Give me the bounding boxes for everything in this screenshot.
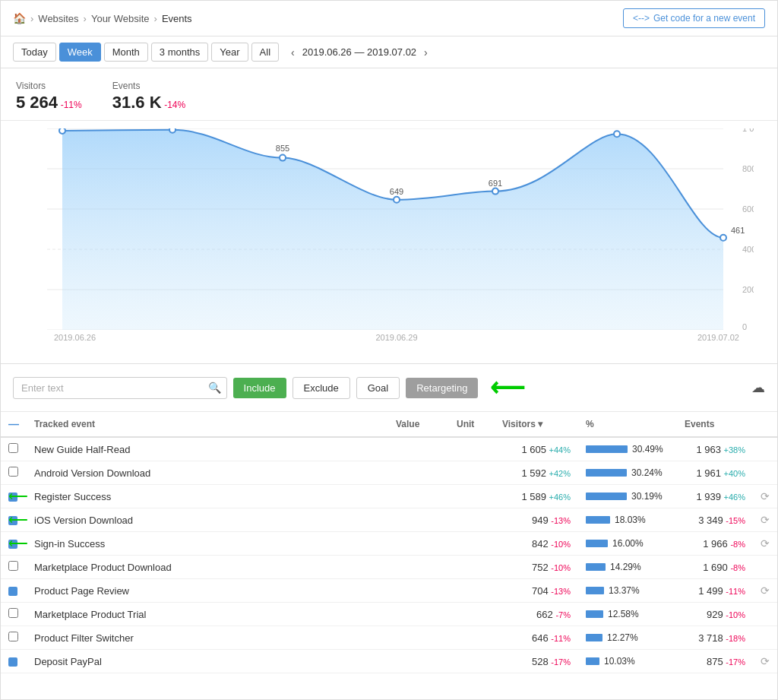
upload-icon[interactable]: ☁ [751,379,765,396]
event-name: Product Page Review [34,585,129,597]
pct-bar [586,493,627,500]
svg-text:800: 800 [742,164,754,173]
cell-percent: 12.58% [578,603,677,626]
event-name: Android Version Download [34,467,150,479]
retarget-icon[interactable]: ⟳ [761,537,770,550]
cell-percent: 10.03% [578,650,677,673]
cell-checkbox [1,437,27,461]
pct-label: 18.03% [615,515,646,525]
retarget-icon[interactable]: ⟳ [761,655,770,667]
breadcrumb-website[interactable]: Your Website [91,13,150,24]
cell-value [388,603,449,626]
time-btn-all[interactable]: All [251,43,279,62]
green-arrow-row-3: ⟵ [8,512,28,528]
cell-actions [753,603,777,626]
retarget-icon[interactable]: ⟳ [761,490,770,502]
goal-button[interactable]: Goal [356,377,400,399]
search-icon: 🔍 [208,382,221,394]
events-change: -15% [726,516,745,525]
pct-label: 10.03% [604,656,635,667]
cell-checkbox [1,650,27,673]
row-checkbox[interactable] [8,443,18,453]
cell-visitors: 842 -10% [495,532,578,556]
table-toolbar: 🔍 Include Exclude Goal Retargeting ⟵ ☁ [1,364,777,412]
date-next-button[interactable]: › [421,45,431,60]
time-btn-month[interactable]: Month [104,43,148,62]
svg-point-11 [614,131,620,137]
green-arrow-row-2: ⟵ [8,488,28,505]
time-btn-3months[interactable]: 3 months [151,43,208,62]
include-button[interactable]: Include [233,378,286,398]
svg-text:600: 600 [742,204,754,214]
time-btn-week[interactable]: Week [59,43,101,62]
cell-event-name: Deposit PayPal [27,650,388,673]
svg-point-12 [720,235,726,241]
retarget-icon[interactable]: ⟳ [761,514,770,526]
cell-actions [753,556,777,579]
time-btn-today[interactable]: Today [13,43,56,62]
chart-area: 989 993 855 649 691 972 461 1 000 800 60… [1,121,777,364]
th-events: Events [677,412,753,437]
table-row: Marketplace Product Trial 662 -7% 12.58%… [1,603,777,626]
cell-visitors: 949 -13% [495,508,578,532]
retargeting-button[interactable]: Retargeting [406,378,478,398]
cell-visitors: 1 605 +44% [495,437,578,461]
svg-text:461: 461 [731,226,745,235]
cell-percent: 18.03% [578,508,677,532]
event-name: Marketplace Product Download [34,562,172,573]
visitors-count: 752 [532,562,549,573]
svg-text:200: 200 [742,285,754,294]
cell-events: 1 963 +38% [677,437,753,461]
home-icon[interactable]: 🏠 [13,12,26,24]
events-change: -18% [726,634,745,643]
cell-unit [449,626,495,650]
time-filter-bar: Today Week Month 3 months Year All ‹ 201… [1,36,777,68]
cell-value [388,461,449,485]
green-arrow-row-4: ⟵ [8,535,28,552]
th-tracked-event: Tracked event [27,412,388,437]
cell-unit [449,485,495,508]
get-code-button[interactable]: <--> Get code for a new event [623,8,765,28]
events-count: 1 963 [696,444,721,455]
cell-percent: 30.19% [578,485,677,508]
event-name: Deposit PayPal [34,656,102,667]
events-stat: Events 31.6 K -14% [112,81,185,112]
search-input[interactable] [13,377,227,399]
visitors-change: -13% [551,587,571,596]
row-checkbox[interactable] [8,632,18,641]
row-checkbox[interactable] [8,467,18,477]
visitors-change: +42% [549,469,571,478]
retarget-icon[interactable]: ⟳ [761,584,770,597]
breadcrumb-sep1: › [30,13,33,24]
th-actions [753,412,777,437]
minus-icon[interactable]: — [8,418,19,430]
visitors-count: 704 [532,585,549,597]
date-nav: ‹ 2019.06.26 — 2019.07.02 › [288,45,431,60]
cell-actions [753,437,777,461]
visitors-count: 1 605 [521,444,546,455]
event-name: New Guide Half-Read [34,444,130,455]
cell-value [388,485,449,508]
events-count: 875 [707,656,723,667]
pct-bar [586,516,610,524]
stats-row: Visitors 5 264 -11% Events 31.6 K -14% [1,68,777,121]
cell-events: 1 961 +40% [677,461,753,485]
table-row: Product Filter Switcher 646 -11% 12.27% … [1,626,777,650]
pct-label: 16.00% [612,538,644,549]
svg-point-6 [59,128,65,134]
events-count: 1 966 [703,538,728,550]
date-prev-button[interactable]: ‹ [288,45,298,60]
th-visitors[interactable]: Visitors ▾ [495,412,578,437]
cell-checkbox [1,461,27,485]
pct-bar [586,634,602,641]
exclude-button[interactable]: Exclude [293,377,350,399]
row-checkbox[interactable] [8,608,18,618]
cell-unit [449,556,495,579]
x-label-2: 2019.06.29 [375,333,417,342]
x-label-3: 2019.07.02 [697,333,739,342]
breadcrumb-websites[interactable]: Websites [38,13,78,24]
row-checkbox[interactable] [8,561,18,571]
cell-checkbox [1,603,27,626]
visitors-change: +44% [549,445,571,455]
time-btn-year[interactable]: Year [211,43,248,62]
